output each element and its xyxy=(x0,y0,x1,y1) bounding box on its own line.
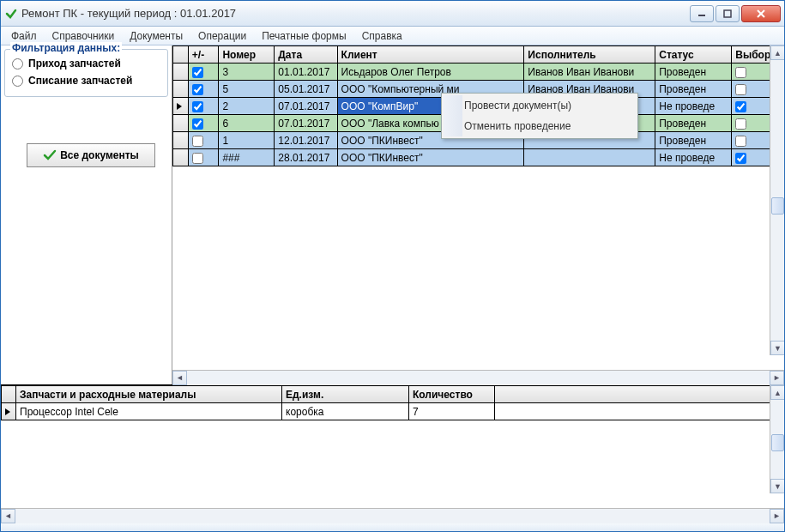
scroll-right-icon[interactable]: ► xyxy=(770,509,784,523)
cell-num[interactable]: 3 xyxy=(219,63,275,81)
row-indicator xyxy=(173,98,189,115)
sel-checkbox[interactable] xyxy=(735,67,746,78)
svg-rect-1 xyxy=(724,10,731,17)
cell-pm[interactable] xyxy=(188,63,219,81)
ctx-approve[interactable]: Провести документ(ы) xyxy=(444,95,636,116)
table-row[interactable]: Процессор Intel Celeкоробка7 xyxy=(2,403,784,420)
scroll-left-icon[interactable]: ◄ xyxy=(172,371,187,385)
cell-rest xyxy=(495,403,784,420)
table-row[interactable]: 301.01.2017Исьдаров Олег ПетровИванов Ив… xyxy=(173,63,784,81)
radio-outgoing[interactable] xyxy=(12,76,23,87)
pm-checkbox[interactable] xyxy=(192,84,203,95)
scroll-up-icon[interactable]: ▲ xyxy=(770,385,784,400)
menu-print[interactable]: Печатные формы xyxy=(255,28,353,44)
cell-date[interactable]: 07.01.2017 xyxy=(275,98,337,115)
window-title: Ремонт ПК - текущий период : 01.01.2017 xyxy=(21,7,690,20)
parts-hscroll[interactable]: ◄ ► xyxy=(1,508,784,523)
statusbar xyxy=(1,523,784,531)
row-indicator xyxy=(173,149,189,166)
cell-status[interactable]: Проведен xyxy=(655,63,732,81)
col2-parts[interactable]: Запчасти и расходные материалы xyxy=(16,386,282,403)
col-num[interactable]: Номер xyxy=(219,46,275,63)
documents-grid-area: +/- Номер Дата Клиент Исполнитель Статус… xyxy=(172,45,784,384)
cell-exec[interactable] xyxy=(524,149,655,166)
minimize-button[interactable] xyxy=(690,5,714,22)
cell-date[interactable]: 12.01.2017 xyxy=(275,132,337,149)
filter-groupbox: Фильтрация данных: Приход запчастей Спис… xyxy=(4,49,168,97)
cell-pm[interactable] xyxy=(188,149,219,166)
menu-file[interactable]: Файл xyxy=(4,28,44,44)
cell-num[interactable]: 5 xyxy=(219,81,275,98)
sel-checkbox[interactable] xyxy=(735,101,746,112)
cell-num[interactable]: 1 xyxy=(219,132,275,149)
cell-num[interactable]: 6 xyxy=(219,115,275,132)
cell-exec[interactable]: Иванов Иван Иванови xyxy=(524,63,655,81)
parts-grid-area: Запчасти и расходные материалы Ед.изм. К… xyxy=(1,385,784,523)
row-indicator xyxy=(173,132,189,149)
cell-num[interactable]: ### xyxy=(219,149,275,166)
cell-pm[interactable] xyxy=(188,81,219,98)
row-indicator xyxy=(2,403,16,420)
sel-checkbox[interactable] xyxy=(735,153,746,164)
cell-status[interactable]: Не проведе xyxy=(655,98,732,115)
maximize-button[interactable] xyxy=(716,5,740,22)
scroll-down-icon[interactable]: ▼ xyxy=(770,479,784,493)
menu-ops[interactable]: Операции xyxy=(191,28,253,44)
cell-status[interactable]: Не проведе xyxy=(655,149,732,166)
filter-panel: Фильтрация данных: Приход запчастей Спис… xyxy=(1,45,172,384)
col2-unit[interactable]: Ед.изм. xyxy=(282,386,409,403)
col2-indicator xyxy=(2,386,16,403)
col-pm[interactable]: +/- xyxy=(188,46,219,63)
radio-incoming[interactable] xyxy=(12,58,23,70)
pm-checkbox[interactable] xyxy=(192,136,203,147)
scroll-up-icon[interactable]: ▲ xyxy=(770,45,784,60)
menu-docs[interactable]: Документы xyxy=(123,28,190,44)
pm-checkbox[interactable] xyxy=(192,67,203,78)
cell-date[interactable]: 05.01.2017 xyxy=(275,81,337,98)
cell-status[interactable]: Проведен xyxy=(655,81,732,98)
col-indicator xyxy=(173,46,189,63)
scroll-thumb[interactable] xyxy=(771,197,784,215)
col-exec[interactable]: Исполнитель xyxy=(524,46,655,63)
cell-client[interactable]: Исьдаров Олег Петров xyxy=(337,63,524,81)
cell-date[interactable]: 07.01.2017 xyxy=(275,115,337,132)
cell-num[interactable]: 2 xyxy=(219,98,275,115)
table-row[interactable]: ###28.01.2017ООО "ПКИнвест"Не проведе xyxy=(173,149,784,166)
col-client[interactable]: Клиент xyxy=(337,46,524,63)
cell-date[interactable]: 01.01.2017 xyxy=(275,63,337,81)
scroll-down-icon[interactable]: ▼ xyxy=(770,341,784,355)
scroll-left-icon[interactable]: ◄ xyxy=(1,509,15,523)
cell-unit[interactable]: коробка xyxy=(282,403,409,420)
ctx-cancel[interactable]: Отменить проведение xyxy=(444,116,636,136)
all-documents-button[interactable]: Все документы xyxy=(27,143,155,167)
cell-status[interactable]: Проведен xyxy=(655,132,732,149)
cell-status[interactable]: Проведен xyxy=(655,115,732,132)
pm-checkbox[interactable] xyxy=(192,101,203,112)
pm-checkbox[interactable] xyxy=(192,118,203,130)
cell-date[interactable]: 28.01.2017 xyxy=(275,149,337,166)
close-button[interactable] xyxy=(741,5,781,22)
col2-qty[interactable]: Количество xyxy=(409,386,495,403)
cell-pm[interactable] xyxy=(188,132,219,149)
cell-parts[interactable]: Процессор Intel Cele xyxy=(16,403,282,420)
cell-pm[interactable] xyxy=(188,115,219,132)
menu-help[interactable]: Справка xyxy=(355,28,409,44)
sel-checkbox[interactable] xyxy=(735,118,746,130)
scroll-thumb[interactable] xyxy=(771,434,784,451)
grid-hscroll[interactable]: ◄ ► xyxy=(172,370,784,384)
pm-checkbox[interactable] xyxy=(192,153,203,164)
parts-vscroll[interactable]: ▲ ▼ xyxy=(770,385,784,493)
row-indicator xyxy=(173,63,189,81)
scroll-right-icon[interactable]: ► xyxy=(770,371,784,385)
sel-checkbox[interactable] xyxy=(735,136,746,147)
parts-grid[interactable]: Запчасти и расходные материалы Ед.изм. К… xyxy=(1,385,784,420)
radio-outgoing-label: Списание запчастей xyxy=(28,75,132,87)
col-date[interactable]: Дата xyxy=(275,46,337,63)
grid-vscroll[interactable]: ▲ ▼ xyxy=(770,45,784,355)
cell-client[interactable]: ООО "ПКИнвест" xyxy=(337,149,524,166)
sel-checkbox[interactable] xyxy=(735,84,746,95)
cell-qty[interactable]: 7 xyxy=(409,403,495,420)
menu-refs[interactable]: Справочники xyxy=(45,28,122,44)
col-status[interactable]: Статус xyxy=(655,46,732,63)
cell-pm[interactable] xyxy=(188,98,219,115)
